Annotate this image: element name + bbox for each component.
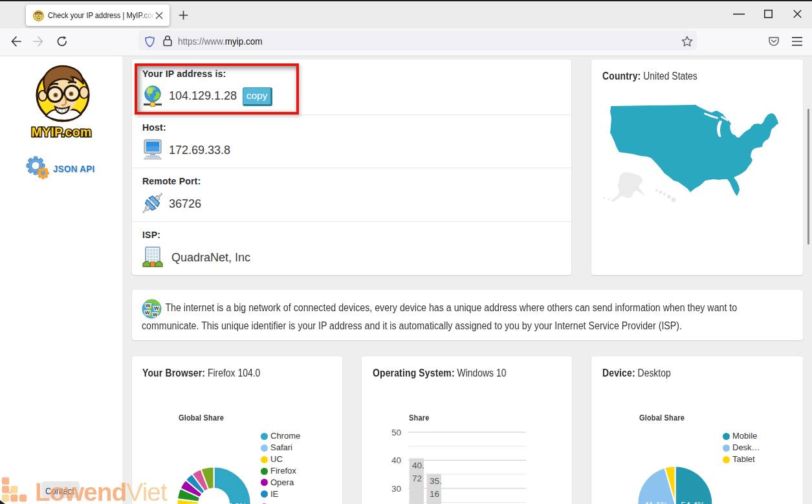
svg-text:41.1%: 41.1% (644, 500, 668, 504)
svg-text:54.4%: 54.4% (681, 500, 705, 504)
svg-text:65.8%: 65.8% (223, 501, 247, 504)
